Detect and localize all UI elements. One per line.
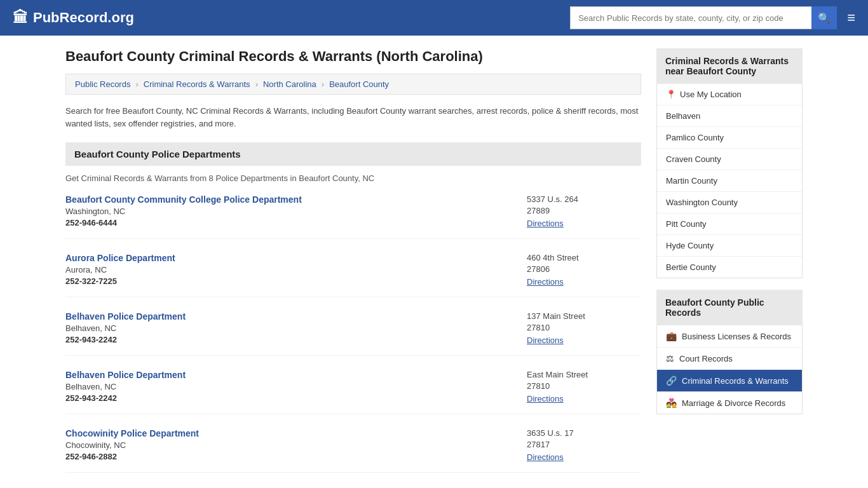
- breadcrumb: Public Records › Criminal Records & Warr…: [65, 74, 641, 95]
- dept-left: Aurora Police Department Aurora, NC 252-…: [65, 253, 527, 287]
- section-description: Get Criminal Records & Warrants from 8 P…: [65, 173, 641, 183]
- dept-name[interactable]: Aurora Police Department: [65, 253, 527, 263]
- sidebar-nearby-item[interactable]: Belhaven: [657, 105, 802, 127]
- record-type-icon: 💼: [666, 331, 677, 341]
- dept-address: 5337 U.s. 264: [527, 194, 641, 204]
- dept-address: 137 Main Street: [527, 311, 641, 321]
- sidebar-nearby-item[interactable]: 📍Use My Location: [657, 84, 802, 105]
- search-button[interactable]: 🔍: [811, 6, 837, 29]
- dept-address: East Main Street: [527, 370, 641, 379]
- public-records-list: 💼Business Licenses & Records⚖Court Recor…: [656, 325, 803, 414]
- sidebar-public-record-item[interactable]: ⚖Court Records: [657, 348, 802, 370]
- sidebar-nearby-item[interactable]: Hyde County: [657, 235, 802, 257]
- logo-text: PubRecord.org: [33, 10, 134, 26]
- dept-name[interactable]: Chocowinity Police Department: [65, 428, 527, 438]
- public-record-link[interactable]: Marriage & Divorce Records: [682, 398, 785, 408]
- sidebar-nearby-item[interactable]: Washington County: [657, 192, 802, 214]
- page-description: Search for free Beaufort County, NC Crim…: [65, 105, 641, 130]
- department-entry: Belhaven Police Department Belhaven, NC …: [65, 370, 641, 414]
- department-entry: Chocowinity Police Department Chocowinit…: [65, 428, 641, 473]
- breadcrumb-criminal-records[interactable]: Criminal Records & Warrants: [144, 79, 250, 89]
- record-type-icon: 🔗: [666, 376, 677, 386]
- department-list: Beaufort County Community College Police…: [65, 194, 641, 473]
- sidebar-public-record-item[interactable]: 💑Marriage & Divorce Records: [657, 392, 802, 414]
- dept-zip: 27810: [527, 323, 641, 332]
- nearby-link[interactable]: Craven County: [666, 154, 721, 164]
- dept-right: 137 Main Street 27810 Directions: [527, 311, 641, 345]
- dept-phone: 252-946-6444: [65, 218, 527, 227]
- sidebar-public-record-item[interactable]: 🔗Criminal Records & Warrants: [657, 370, 802, 392]
- sidebar-nearby-item[interactable]: Martin County: [657, 170, 802, 192]
- record-type-icon: 💑: [666, 398, 677, 408]
- dept-left: Belhaven Police Department Belhaven, NC …: [65, 370, 527, 403]
- dept-left: Beaufort County Community College Police…: [65, 194, 527, 228]
- record-type-icon: ⚖: [666, 353, 674, 363]
- content-area: Beaufort County Criminal Records & Warra…: [65, 48, 641, 487]
- sidebar-public-record-item[interactable]: 💼Business Licenses & Records: [657, 325, 802, 348]
- public-records-section-title: Beaufort County Public Records: [656, 290, 803, 325]
- sidebar: Criminal Records & Warrants near Beaufor…: [656, 48, 803, 487]
- breadcrumb-public-records[interactable]: Public Records: [75, 79, 130, 89]
- nearby-link[interactable]: Martin County: [666, 176, 717, 186]
- search-icon: 🔍: [818, 12, 831, 24]
- dept-right: 5337 U.s. 264 27889 Directions: [527, 194, 641, 228]
- breadcrumb-north-carolina[interactable]: North Carolina: [263, 79, 316, 89]
- site-header: 🏛 PubRecord.org 🔍 ≡: [0, 0, 868, 36]
- main-container: Beaufort County Criminal Records & Warra…: [53, 36, 815, 488]
- search-bar: 🔍: [570, 6, 837, 29]
- dept-zip: 27817: [527, 440, 641, 449]
- sidebar-nearby-item[interactable]: Pamlico County: [657, 127, 802, 149]
- directions-link[interactable]: Directions: [527, 452, 564, 462]
- public-record-link[interactable]: Criminal Records & Warrants: [682, 376, 789, 386]
- nearby-link[interactable]: Washington County: [666, 198, 738, 207]
- dept-phone: 252-322-7225: [65, 276, 527, 286]
- dept-city: Washington, NC: [65, 207, 527, 216]
- dept-name[interactable]: Beaufort County Community College Police…: [65, 194, 527, 205]
- sidebar-nearby-item[interactable]: Pitt County: [657, 214, 802, 235]
- site-logo[interactable]: 🏛 PubRecord.org: [13, 9, 134, 27]
- sidebar-nearby-item[interactable]: Bertie County: [657, 257, 802, 278]
- dept-city: Belhaven, NC: [65, 382, 527, 391]
- dept-phone: 252-943-2242: [65, 393, 527, 403]
- directions-link[interactable]: Directions: [527, 219, 564, 228]
- dept-zip: 27810: [527, 381, 641, 391]
- dept-name[interactable]: Belhaven Police Department: [65, 311, 527, 322]
- nearby-link[interactable]: Pamlico County: [666, 133, 724, 142]
- breadcrumb-beaufort-county[interactable]: Beaufort County: [329, 79, 389, 89]
- dept-city: Aurora, NC: [65, 265, 527, 274]
- dept-left: Chocowinity Police Department Chocowinit…: [65, 428, 527, 462]
- directions-link[interactable]: Directions: [527, 394, 564, 403]
- dept-phone: 252-946-2882: [65, 452, 527, 461]
- nearby-link[interactable]: Hyde County: [666, 241, 714, 250]
- dept-name[interactable]: Belhaven Police Department: [65, 370, 527, 380]
- nearby-link[interactable]: Pitt County: [666, 219, 707, 229]
- dept-left: Belhaven Police Department Belhaven, NC …: [65, 311, 527, 345]
- dept-address: 460 4th Street: [527, 253, 641, 262]
- dept-right: East Main Street 27810 Directions: [527, 370, 641, 403]
- nearby-link[interactable]: Belhaven: [666, 111, 700, 121]
- directions-link[interactable]: Directions: [527, 277, 564, 287]
- menu-button[interactable]: ≡: [847, 10, 855, 26]
- public-record-link[interactable]: Court Records: [679, 354, 733, 363]
- page-title: Beaufort County Criminal Records & Warra…: [65, 48, 641, 65]
- dept-zip: 27806: [527, 264, 641, 274]
- dept-zip: 27889: [527, 206, 641, 215]
- department-entry: Beaufort County Community College Police…: [65, 194, 641, 239]
- nearby-list: 📍Use My LocationBelhavenPamlico CountyCr…: [656, 84, 803, 278]
- header-right: 🔍 ≡: [570, 6, 855, 29]
- dept-right: 3635 U.s. 17 27817 Directions: [527, 428, 641, 462]
- logo-icon: 🏛: [13, 9, 28, 27]
- dept-city: Chocowinity, NC: [65, 440, 527, 450]
- public-record-link[interactable]: Business Licenses & Records: [682, 332, 791, 341]
- sidebar-nearby-item[interactable]: Craven County: [657, 149, 802, 170]
- search-input[interactable]: [570, 6, 811, 29]
- nearby-link[interactable]: Bertie County: [666, 262, 716, 272]
- dept-city: Belhaven, NC: [65, 323, 527, 333]
- section-header: Beaufort County Police Departments: [65, 142, 641, 166]
- location-icon: 📍: [666, 90, 676, 99]
- use-location-link[interactable]: Use My Location: [680, 90, 742, 99]
- department-entry: Belhaven Police Department Belhaven, NC …: [65, 311, 641, 356]
- directions-link[interactable]: Directions: [527, 336, 564, 345]
- dept-address: 3635 U.s. 17: [527, 428, 641, 438]
- dept-right: 460 4th Street 27806 Directions: [527, 253, 641, 287]
